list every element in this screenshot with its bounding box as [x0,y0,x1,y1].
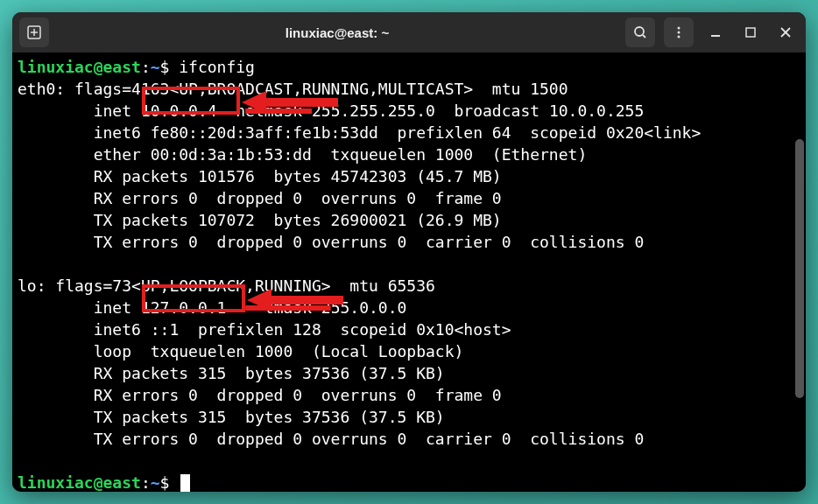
prompt-symbol: $ [160,58,170,76]
svg-line-4 [643,35,645,38]
output-lo-txp: TX packets 315 bytes 37536 (37.5 KB) [18,406,800,428]
minimize-icon [709,26,722,38]
lo-inet-pre: inet [18,298,141,317]
output-eth0-rxe: RX errors 0 dropped 0 overruns 0 frame 0 [18,187,800,209]
lo-inet-post2: 55.0.0.0 [331,298,407,317]
output-lo-txe: TX errors 0 dropped 0 overruns 0 carrier… [18,428,800,450]
prompt-line-1: linuxiac@east:~$ ifconfig [18,56,800,78]
cursor-block [180,474,190,492]
prompt-sep-2: : [141,473,151,492]
maximize-icon [745,27,756,38]
output-lo-loop: loop txqueuelen 1000 (Local Loopback) [18,340,800,362]
lo-inet-post1 [226,298,245,317]
titlebar-right [625,18,799,47]
scrollbar-thumb[interactable] [795,139,804,398]
new-tab-button[interactable] [19,18,49,47]
output-eth0-header: eth0: flags=4163<UP,BROADCAST,RUNNING,MU… [18,78,800,100]
prompt-sep: : [141,58,151,76]
search-button[interactable] [625,18,655,47]
output-lo-rxp: RX packets 315 bytes 37536 (37.5 KB) [18,362,800,384]
output-eth0-txp: TX packets 107072 bytes 26900021 (26.9 M… [18,209,800,231]
eth0-inet-post1: n [217,102,246,120]
prompt-path: ~ [151,58,160,76]
prompt-userhost-2: linuxiac@east [18,473,141,492]
svg-rect-9 [746,28,755,37]
svg-point-5 [678,27,680,30]
terminal-window: linuxiac@east: ~ linuxiac@east:~$ ifconf… [12,12,806,492]
close-icon [780,27,791,38]
svg-point-6 [678,32,680,34]
eth0-inet-pre: inet [18,102,141,120]
blank-line-2 [18,450,800,472]
menu-button[interactable] [664,18,694,47]
prompt-userhost: linuxiac@east [18,58,141,76]
kebab-icon [672,25,686,39]
titlebar: linuxiac@east: ~ [12,12,806,52]
plus-square-icon [27,25,41,39]
eth0-inet-hidden: etmask [245,102,312,120]
prompt-symbol-2: $ [160,473,170,492]
output-eth0-txe: TX errors 0 dropped 0 overruns 0 carrier… [18,231,800,253]
output-lo-inet: inet 127.0.0.1 tmask 255.0.0.0 [18,297,800,318]
terminal-body[interactable]: linuxiac@east:~$ ifconfig eth0: flags=41… [12,52,806,492]
eth0-inet-ip: 10.0.0.4 [141,102,217,120]
output-eth0-ether: ether 00:0d:3a:1b:53:dd txqueuelen 1000 … [18,144,800,165]
maximize-button[interactable] [737,19,764,46]
svg-point-3 [635,27,644,36]
output-eth0-inet6: inet6 fe80::20d:3aff:fe1b:53dd prefixlen… [18,122,800,144]
output-lo-rxe: RX errors 0 dropped 0 overruns 0 frame 0 [18,384,800,406]
lo-inet-hidden: tmask 2 [245,298,331,317]
window-title: linuxiac@east: ~ [56,25,618,40]
scrollbar[interactable] [793,52,806,485]
output-eth0-rxp: RX packets 101576 bytes 45742303 (45.7 M… [18,165,800,187]
command-text: ifconfig [179,58,255,76]
close-button[interactable] [772,19,799,46]
prompt-path-2: ~ [151,473,160,492]
blank-line [18,253,800,275]
search-icon [633,25,647,39]
lo-inet-ip: 127.0.0.1 [141,298,227,317]
minimize-button[interactable] [702,19,729,46]
output-lo-header: lo: flags=73<UP,LOOPBACK,RUNNING> mtu 65… [18,275,800,297]
output-lo-inet6: inet6 ::1 prefixlen 128 scopeid 0x10<hos… [18,318,800,340]
eth0-inet-post2: 255.255.255.0 broadcast 10.0.0.255 [312,102,644,120]
output-eth0-inet: inet 10.0.0.4 netmask 255.255.255.0 broa… [18,100,800,122]
svg-point-7 [678,36,680,38]
prompt-line-2: linuxiac@east:~$ [18,472,800,492]
